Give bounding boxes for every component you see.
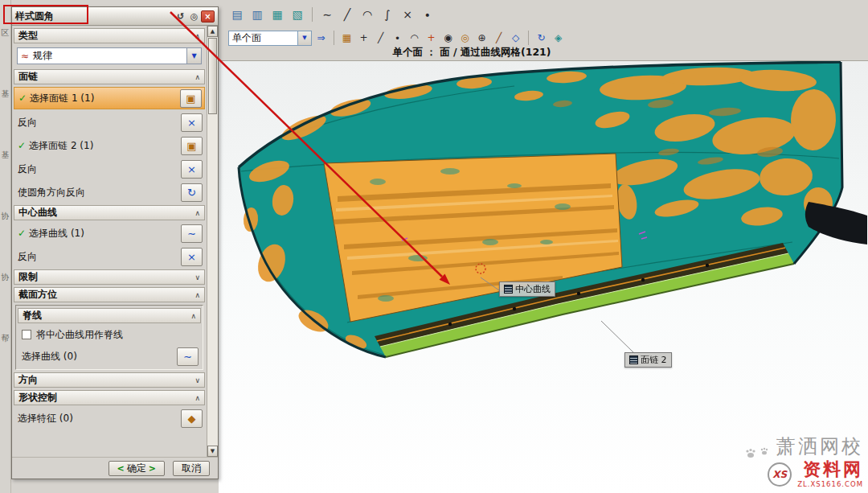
curve-select-button[interactable]: ∼ [177,347,199,366]
chevron-down-icon[interactable]: ∨ [194,273,200,281]
row-reverse-fillet-direction[interactable]: 使圆角方向反向 ↻ [14,182,205,203]
face-chain2-tag-label: 面链 2 [641,354,667,366]
section-direction[interactable]: 方向 ∨ [14,372,205,388]
intersection-curve-icon[interactable]: × [399,6,416,23]
scrollbar-track[interactable] [207,37,218,446]
close-icon[interactable]: × [201,10,215,23]
spine-group: 脊线 ∧ 将中心曲线用作脊线 选择曲线 (0) ∼ [15,305,203,370]
snap-arc-center-icon[interactable]: ◠ [407,31,422,46]
cancel-button[interactable]: 取消 [173,461,210,476]
chevron-up-icon[interactable]: ∧ [194,73,200,81]
snap-point-icon[interactable]: + [356,31,371,46]
curve-select-button[interactable]: ∼ [181,224,203,243]
row-reverse-1[interactable]: 反向 × [14,112,205,133]
pan-icon[interactable]: ◈ [551,31,566,46]
selection-scope-combo[interactable]: 单个面 ▼ [228,31,312,46]
row-select-curve[interactable]: ✓ 选择曲线 (1) ∼ [14,223,205,244]
scrollbar-thumb[interactable] [208,38,217,114]
section-limits-label: 限制 [18,270,38,284]
row-select-face-chain-2[interactable]: ✓ 选择面链 2 (1) ▣ [14,135,205,156]
chevron-up-icon[interactable]: ∧ [194,32,200,40]
scroll-down-icon[interactable]: ▼ [207,446,218,457]
conic-curve-icon[interactable]: ∫ [379,6,396,23]
chevron-down-icon[interactable]: ∨ [194,376,200,384]
section-shape-control[interactable]: 形状控制 ∧ [14,390,205,405]
row-spine-select-curve[interactable]: 选择曲线 (0) ∼ [18,346,201,367]
row-select-face-chain-1[interactable]: ✓ 选择面链 1 (1) ▣ [14,87,205,109]
reverse-fillet-button[interactable]: ↻ [181,183,203,202]
reverse-direction-button[interactable]: × [181,113,203,132]
dialog-scrollbar[interactable]: ▲ ▼ [207,26,218,457]
section-type[interactable]: 类型 ∧ [14,28,205,43]
reset-icon[interactable]: ↺ [174,10,187,23]
point-icon[interactable]: ∙ [419,6,436,23]
watermark-brand: 资料网 [797,461,863,479]
snap-quadrant-icon[interactable]: ◎ [457,31,473,46]
studio-spline-icon[interactable]: ∼ [318,6,336,23]
gear-icon[interactable]: ◎ [187,10,201,23]
arc-icon[interactable]: ◠ [358,6,376,23]
face-chain-select-button[interactable]: ▣ [181,137,203,155]
row-reverse-2[interactable]: 反向 × [14,158,205,179]
center-curve-tag[interactable]: 中心曲线 [499,281,555,297]
feature-select-button[interactable]: ◆ [181,409,203,428]
row-select-feature[interactable]: 选择特征 (0) ◆ [14,408,205,429]
snap-tangent-icon[interactable]: ◇ [508,31,523,46]
dock-label: 基 [2,150,10,161]
dialog-titlebar[interactable]: 样式圆角 ↺ ◎ × [12,7,218,26]
snap-existing-point-icon[interactable]: ⊕ [474,31,489,46]
line-icon[interactable]: ╱ [338,6,356,23]
paw-icon [744,446,772,459]
section-spine[interactable]: 脊线 ∧ [18,308,201,323]
reverse-3-label: 反向 [18,250,37,264]
style-fillet-dialog[interactable]: 样式圆角 ↺ ◎ × 类型 ∧ ≈ 规律 ▼ [11,6,219,479]
extract-body-icon[interactable]: ▤ [228,6,246,23]
checkbox-icon[interactable] [22,330,31,339]
apply-direction-icon[interactable]: ⇒ [313,31,329,46]
section-limits[interactable]: 限制 ∨ [14,269,205,285]
section-center-curve-label: 中心曲线 [18,206,57,220]
refresh-icon[interactable]: ↻ [534,31,549,46]
chevron-up-icon[interactable]: ∧ [194,291,200,299]
top-toolbar: ▤ ▥ ▦ ▧ ∼ ╱ ◠ ∫ × ∙ [217,0,868,29]
center-curve-tag-label: 中心曲线 [515,283,551,295]
snap-center-icon[interactable]: ◉ [440,31,456,46]
row-reverse-3[interactable]: 反向 × [14,246,205,267]
snap-intersection-icon[interactable]: + [424,31,439,46]
toolbar-separator [312,7,313,22]
check-icon: ✓ [18,228,26,239]
reverse-direction-button[interactable]: × [181,160,203,179]
chevron-up-icon[interactable]: ∧ [194,209,200,217]
face-chain2-tag[interactable]: 面链 2 [624,352,672,368]
left-dock-strip[interactable]: 区 基 基 协 协 帮 [0,0,11,493]
chevron-up-icon[interactable]: ∧ [190,312,196,320]
section-center-curve[interactable]: 中心曲线 ∧ [14,205,205,220]
copy-face-icon[interactable]: ▥ [248,6,266,23]
section-face-chain[interactable]: 面链 ∧ [14,69,205,84]
scroll-up-icon[interactable]: ▲ [207,26,218,37]
check-icon: ✓ [18,140,26,151]
snap-endpoint-icon[interactable]: ╱ [373,31,388,46]
reverse-2-label: 反向 [18,162,37,176]
graphics-viewport[interactable] [219,60,868,493]
row-spine-checkbox[interactable]: 将中心曲线用作脊线 [18,326,201,343]
snap-grid-icon[interactable]: ▦ [339,31,354,46]
reverse-direction-button[interactable]: × [181,248,203,266]
snap-midpoint-icon[interactable]: ∙ [390,31,405,46]
section-shape-control-label: 形状控制 [18,391,57,405]
check-icon: ✓ [18,92,27,104]
sew-surface-icon[interactable]: ▦ [268,6,286,23]
ok-bracket-right: > [149,463,156,474]
select-feature-label: 选择特征 (0) [18,412,73,425]
face-chain-select-button[interactable]: ▣ [180,89,202,108]
select-face-chain-1-label: 选择面链 1 (1) [30,92,94,105]
section-spine-label: 脊线 [23,309,42,323]
chevron-up-icon[interactable]: ∧ [194,394,200,402]
offset-surface-icon[interactable]: ▧ [289,6,306,23]
section-orientation[interactable]: 截面方位 ∧ [14,287,205,302]
chevron-down-icon[interactable]: ▼ [297,31,311,45]
type-combo[interactable]: ≈ 规律 ▼ [17,47,202,64]
chevron-down-icon[interactable]: ▼ [186,48,201,64]
ok-button[interactable]: < 确定 > [108,461,165,476]
snap-point-on-curve-icon[interactable]: ╱ [491,31,506,46]
